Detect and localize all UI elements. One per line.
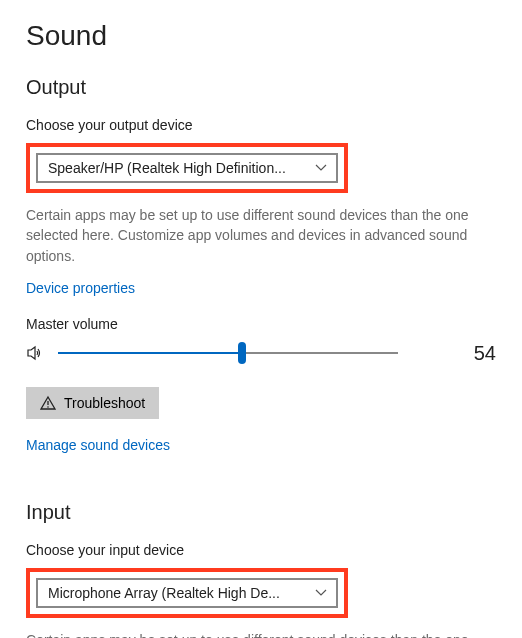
input-help-text: Certain apps may be set up to use differ… — [26, 630, 496, 638]
slider-thumb[interactable] — [238, 342, 246, 364]
input-device-selected: Microphone Array (Realtek High De... — [48, 585, 280, 601]
output-device-dropdown[interactable]: Speaker/HP (Realtek High Definition... — [36, 153, 338, 183]
troubleshoot-label: Troubleshoot — [64, 395, 145, 411]
input-device-dropdown[interactable]: Microphone Array (Realtek High De... — [36, 578, 338, 608]
chevron-down-icon — [314, 586, 328, 600]
device-properties-link[interactable]: Device properties — [26, 280, 135, 296]
output-heading: Output — [26, 76, 496, 99]
master-volume-value: 54 — [444, 342, 496, 365]
slider-fill — [58, 352, 242, 354]
svg-point-1 — [47, 406, 49, 408]
speaker-icon[interactable] — [26, 344, 44, 362]
output-device-selected: Speaker/HP (Realtek High Definition... — [48, 160, 286, 176]
warning-icon — [40, 395, 56, 411]
output-device-highlight: Speaker/HP (Realtek High Definition... — [26, 143, 348, 193]
master-volume-row: 54 — [26, 342, 496, 365]
chevron-down-icon — [314, 161, 328, 175]
input-heading: Input — [26, 501, 496, 524]
output-device-label: Choose your output device — [26, 117, 496, 133]
master-volume-slider[interactable] — [58, 343, 398, 363]
page-title: Sound — [26, 20, 496, 52]
input-device-highlight: Microphone Array (Realtek High De... — [26, 568, 348, 618]
output-help-text: Certain apps may be set up to use differ… — [26, 205, 496, 266]
troubleshoot-button[interactable]: Troubleshoot — [26, 387, 159, 419]
master-volume-label: Master volume — [26, 316, 496, 332]
input-device-label: Choose your input device — [26, 542, 496, 558]
manage-sound-devices-link[interactable]: Manage sound devices — [26, 437, 170, 453]
